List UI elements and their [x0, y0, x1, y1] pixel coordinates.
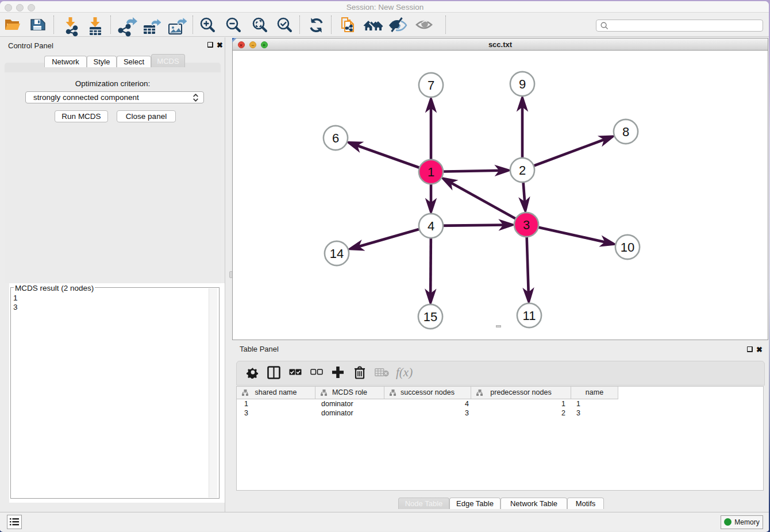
svg-text:10: 10 — [621, 240, 634, 255]
svg-text:11: 11 — [523, 309, 536, 323]
svg-text:3: 3 — [523, 218, 530, 232]
svg-text:7: 7 — [428, 78, 434, 92]
svg-text:9: 9 — [519, 77, 526, 91]
svg-text:8: 8 — [622, 125, 629, 139]
svg-text:15: 15 — [424, 310, 437, 324]
svg-text:2: 2 — [519, 163, 526, 178]
svg-text:1: 1 — [428, 165, 434, 179]
svg-text:6: 6 — [332, 131, 339, 145]
svg-text:14: 14 — [330, 246, 344, 261]
svg-text:4: 4 — [428, 219, 434, 233]
